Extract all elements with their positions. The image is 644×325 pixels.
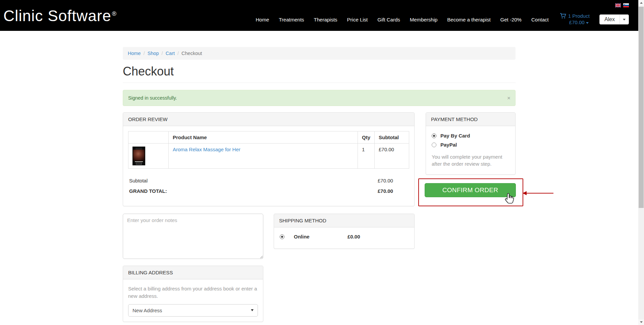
subtotal-value: £70.00 xyxy=(374,178,408,183)
grand-total-value: £70.00 xyxy=(374,188,408,194)
order-table-header-row: Product Name Qty Subtotal xyxy=(128,131,409,144)
radio-button-icon[interactable] xyxy=(432,133,436,138)
cart-total-line: £70.00 xyxy=(569,19,589,26)
chevron-down-icon xyxy=(251,309,254,311)
order-notes-input[interactable] xyxy=(123,214,263,259)
scroll-down-button[interactable] xyxy=(638,319,644,325)
billing-instruction: Select a billing address from your addre… xyxy=(128,285,258,300)
shipping-option-label: Online xyxy=(294,234,347,239)
nav-home[interactable]: Home xyxy=(256,17,269,22)
logo[interactable]: Clinic Software® xyxy=(3,8,117,23)
subtotal-cell: £70.00 xyxy=(375,144,409,169)
order-review-heading: ORDER REVIEW xyxy=(123,113,414,126)
grand-total-row: GRAND TOTAL: £70.00 xyxy=(129,186,408,196)
nav-contact[interactable]: Contact xyxy=(531,17,549,22)
main-content: Home / Shop / Cart / Checkout Checkout S… xyxy=(123,47,516,322)
slovenia-flag-icon[interactable] xyxy=(623,3,629,7)
annotation-box: CONFIRM ORDER xyxy=(418,178,523,206)
breadcrumb: Home / Shop / Cart / Checkout xyxy=(123,47,516,60)
shipping-method-heading: SHIPPING METHOD xyxy=(274,214,414,227)
table-row: Aroma Relax Massage for Her 1 £70.00 xyxy=(128,144,409,169)
header-right: Home Treatments Therapists Price List Gi… xyxy=(256,13,629,26)
breadcrumb-cart[interactable]: Cart xyxy=(166,51,175,56)
billing-address-heading: BILLING ADDRESS xyxy=(123,266,263,279)
shipping-option-online[interactable]: Online £0.00 xyxy=(279,232,409,243)
cart-widget[interactable]: 1 Product £70.00 xyxy=(560,13,590,26)
thumbnail-art xyxy=(133,150,145,161)
shipping-method-panel: SHIPPING METHOD Online £0.00 xyxy=(274,214,415,249)
breadcrumb-current: Checkout xyxy=(181,51,202,56)
qty-cell: 1 xyxy=(358,144,374,169)
success-alert: Signed in successfully. × xyxy=(123,90,516,106)
column-header-qty: Qty xyxy=(358,131,374,144)
page-title: Checkout xyxy=(123,64,516,78)
scrollbar-thumb[interactable] xyxy=(639,7,644,208)
grand-total-label: GRAND TOTAL: xyxy=(129,188,167,194)
nav-treatments[interactable]: Treatments xyxy=(279,17,304,22)
breadcrumb-separator: / xyxy=(162,51,163,56)
breadcrumb-home[interactable]: Home xyxy=(128,51,141,56)
close-icon[interactable]: × xyxy=(507,95,511,101)
cart-total: £70.00 xyxy=(569,19,585,25)
payment-option-paypal[interactable]: PayPal xyxy=(431,140,510,149)
cart-count: 1 Product xyxy=(568,13,590,19)
scroll-down-icon xyxy=(640,321,643,323)
thumbnail-art xyxy=(136,148,142,149)
chevron-down-icon xyxy=(586,22,589,24)
cursor-icon xyxy=(503,193,515,207)
confirm-order-button[interactable]: CONFIRM ORDER xyxy=(425,183,516,197)
language-switcher xyxy=(615,3,629,7)
checkout-right-column: PAYMENT METHOD Pay By Card PayPal You wi… xyxy=(426,112,516,206)
main-nav: Home Treatments Therapists Price List Gi… xyxy=(256,17,548,22)
payment-method-body: Pay By Card PayPal You will complete you… xyxy=(426,126,515,174)
product-image-cell xyxy=(128,144,169,169)
checkout-left-column: ORDER REVIEW Product Name Qty Subtotal xyxy=(123,112,415,322)
breadcrumb-shop[interactable]: Shop xyxy=(148,51,159,56)
user-menu-caret-zone[interactable] xyxy=(620,15,629,24)
vertical-scrollbar[interactable] xyxy=(638,0,644,325)
payment-note: You will complete your payment after the… xyxy=(432,153,509,167)
subtotal-label: Subtotal xyxy=(129,178,148,183)
page-header: Checkout xyxy=(123,64,516,83)
site-header: Clinic Software® Home Treatments Thera xyxy=(0,0,638,31)
user-name: Alex xyxy=(600,15,620,24)
breadcrumb-separator: / xyxy=(144,51,145,56)
radio-button-icon[interactable] xyxy=(432,143,436,147)
radio-button-icon[interactable] xyxy=(280,234,284,239)
cart-summary: 1 Product £70.00 xyxy=(568,13,590,26)
payment-method-heading: PAYMENT METHOD xyxy=(426,113,515,126)
nav-membership[interactable]: Membership xyxy=(410,17,438,22)
nav-get-discount[interactable]: Get -20% xyxy=(500,17,522,22)
order-review-body: Product Name Qty Subtotal xyxy=(123,126,414,206)
payment-option-pay-by-card[interactable]: Pay By Card xyxy=(431,131,510,140)
annotation-arrow xyxy=(523,193,553,194)
nav-gift-cards[interactable]: Gift Cards xyxy=(377,17,400,22)
shopping-cart-icon xyxy=(560,13,566,19)
column-header-subtotal: Subtotal xyxy=(375,131,409,144)
nav-therapists[interactable]: Therapists xyxy=(314,17,337,22)
logo-text: Clinic Software xyxy=(3,7,111,24)
thumbnail-art xyxy=(136,163,142,165)
registered-mark: ® xyxy=(112,10,117,17)
product-link[interactable]: Aroma Relax Massage for Her xyxy=(173,147,240,152)
payment-method-panel: PAYMENT METHOD Pay By Card PayPal You wi… xyxy=(426,112,516,175)
address-select[interactable]: New Address xyxy=(128,304,258,317)
chevron-down-icon xyxy=(623,19,626,20)
breadcrumb-separator: / xyxy=(177,51,179,56)
uk-flag-icon[interactable] xyxy=(615,3,621,7)
nav-price-list[interactable]: Price List xyxy=(347,17,368,22)
scroll-up-icon xyxy=(640,2,643,4)
product-thumbnail[interactable] xyxy=(132,147,145,165)
page: Clinic Software® Home Treatments Thera xyxy=(0,0,638,325)
user-menu-button[interactable]: Alex xyxy=(599,14,629,24)
nav-become-a-therapist[interactable]: Become a therapist xyxy=(447,17,490,22)
scroll-up-button[interactable] xyxy=(638,0,644,6)
billing-address-body: Select a billing address from your addre… xyxy=(123,279,263,322)
payment-option-label: Pay By Card xyxy=(440,133,470,139)
order-review-panel: ORDER REVIEW Product Name Qty Subtotal xyxy=(123,112,415,206)
order-totals: Subtotal £70.00 GRAND TOTAL: £70.00 xyxy=(128,175,409,201)
thumbnail-art xyxy=(135,161,143,162)
alert-message: Signed in successfully. xyxy=(128,95,177,101)
column-header-product: Product Name xyxy=(169,131,358,144)
product-name-cell: Aroma Relax Massage for Her xyxy=(169,144,358,169)
